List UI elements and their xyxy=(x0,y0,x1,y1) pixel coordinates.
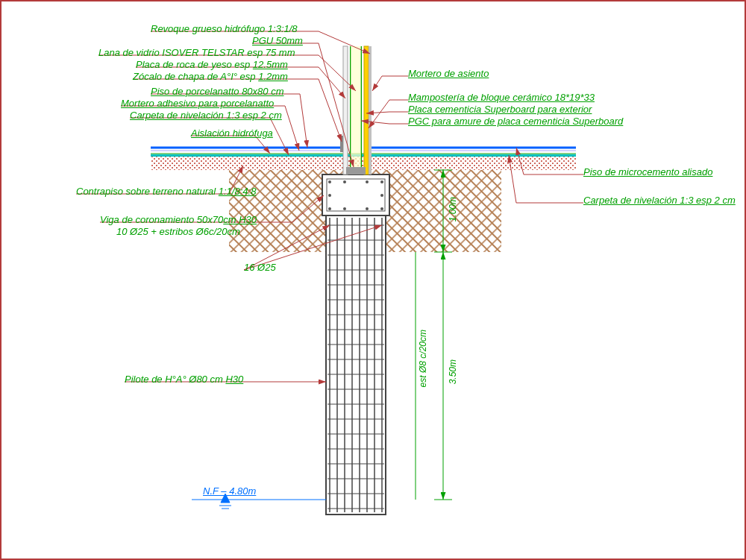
label-pgc: PGC para amure de placa cementicia Super… xyxy=(408,116,623,127)
svg-point-20 xyxy=(328,180,331,183)
label-viga1: Viga de coronamiento 50x70cm H30 xyxy=(100,215,257,225)
dim-h-pile: 3.50m xyxy=(448,359,458,384)
label-piso-porc: Piso de porcelanatto 80x80 cm xyxy=(151,86,284,97)
svg-rect-61 xyxy=(369,46,372,174)
pgu-track xyxy=(346,167,366,174)
svg-point-25 xyxy=(343,207,346,210)
svg-rect-59 xyxy=(364,46,369,174)
label-mortero-asiento: Mortero de asiento xyxy=(408,69,489,79)
drawing-svg xyxy=(1,1,746,560)
label-zocalo: Zócalo de chapa de A°I° esp 1.2mm xyxy=(133,72,288,82)
piso-layer xyxy=(151,148,576,151)
svg-rect-64 xyxy=(351,46,361,174)
svg-rect-30 xyxy=(326,215,386,515)
label-nf: N.F – 4.80m xyxy=(203,486,256,497)
wall xyxy=(343,46,372,174)
label-carpeta-d: Carpeta de nivelación 1:3 esp 2 cm xyxy=(583,195,736,206)
svg-point-24 xyxy=(328,207,331,210)
svg-rect-18 xyxy=(322,174,389,215)
label-piso-micro: Piso de microcemento alisado xyxy=(583,167,712,177)
label-carpeta: Carpeta de nivelación 1:3 esp 2 cm xyxy=(130,110,282,121)
svg-point-26 xyxy=(366,207,369,210)
svg-point-23 xyxy=(380,180,383,183)
label-mortero-adh: Mortero adhesivo para porcelanatto xyxy=(121,98,274,109)
label-contrapiso: Contrapiso sobre terreno natural 1:1/8:4… xyxy=(76,186,256,197)
svg-point-22 xyxy=(366,180,369,183)
dim-h-top: 1.00m xyxy=(448,197,458,221)
svg-point-28 xyxy=(328,194,331,197)
label-pgu: PGU 50mm xyxy=(252,36,303,46)
beam xyxy=(322,174,389,215)
pile xyxy=(326,215,386,515)
label-revoque: Revoque grueso hidrófugo 1:3:1/8 xyxy=(151,24,298,34)
svg-point-21 xyxy=(343,180,346,183)
svg-point-27 xyxy=(380,207,383,210)
detail-drawing: Revoque grueso hidrófugo 1:3:1/8 PGU 50m… xyxy=(0,0,746,560)
label-mamposteria: Mampostería de bloque cerámico 18*19*33 xyxy=(408,92,595,103)
dim-estribo: est Ø8 c/20cm xyxy=(418,330,428,387)
svg-point-29 xyxy=(380,194,383,197)
label-16o25: 16 Ø25 xyxy=(244,262,276,273)
svg-rect-60 xyxy=(343,46,348,174)
label-placa-yeso: Placa de roca de yeso esp 12.5mm xyxy=(136,60,288,70)
label-lana: Lana de vidrio ISOVER TELSTAR esp 75 mm xyxy=(98,48,295,58)
label-pilote: Pilote de H°A° Ø80 cm H30 xyxy=(125,374,243,385)
label-placa-cem: Placa cementicia Superboard para exterio… xyxy=(408,104,592,115)
label-viga2: 10 Ø25 + estribos Ø6c/20cm xyxy=(116,227,240,237)
carpeta-layer xyxy=(151,154,576,157)
label-aislacion: Aislación hidrófuga xyxy=(191,128,273,139)
